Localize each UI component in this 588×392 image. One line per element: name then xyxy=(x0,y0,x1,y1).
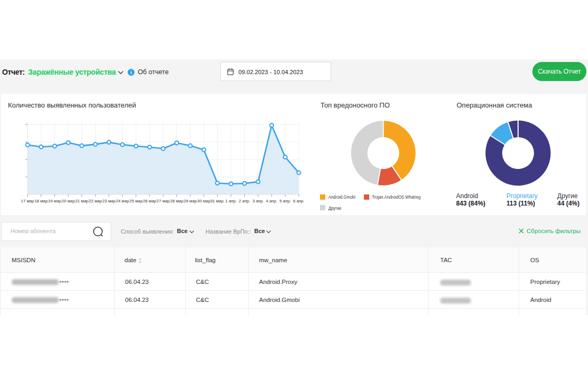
svg-text:31 мар.: 31 мар. xyxy=(210,199,225,203)
svg-text:27 мар: 27 мар xyxy=(157,199,171,203)
svg-text:23 мар: 23 мар xyxy=(102,199,116,203)
svg-text:25 мар: 25 мар xyxy=(129,199,143,203)
svg-text:2 апр.: 2 апр. xyxy=(239,199,251,203)
svg-text:26 мар: 26 мар xyxy=(143,199,157,203)
svg-text:18 мар: 18 мар xyxy=(34,199,48,203)
svg-text:30 мар: 30 мар xyxy=(197,199,211,203)
svg-text:22 мар: 22 мар xyxy=(89,199,103,203)
svg-text:6 апр.: 6 апр. xyxy=(293,199,305,203)
svg-text:24 мар: 24 мар xyxy=(116,199,130,203)
svg-text:1 апр.: 1 апр. xyxy=(225,199,237,203)
svg-text:17 мар: 17 мар xyxy=(21,199,35,203)
svg-text:3 апр.: 3 апр. xyxy=(252,199,264,203)
svg-text:20 мар: 20 мар xyxy=(61,199,75,203)
svg-text:28 мар: 28 мар xyxy=(170,199,184,203)
svg-text:21 мар: 21 мар xyxy=(75,199,89,203)
svg-text:4 апр.: 4 апр. xyxy=(266,199,278,203)
svg-text:19 мар: 19 мар xyxy=(48,199,62,203)
svg-text:5 апр.: 5 апр. xyxy=(280,199,291,203)
svg-text:29 мар: 29 мар xyxy=(184,199,198,203)
